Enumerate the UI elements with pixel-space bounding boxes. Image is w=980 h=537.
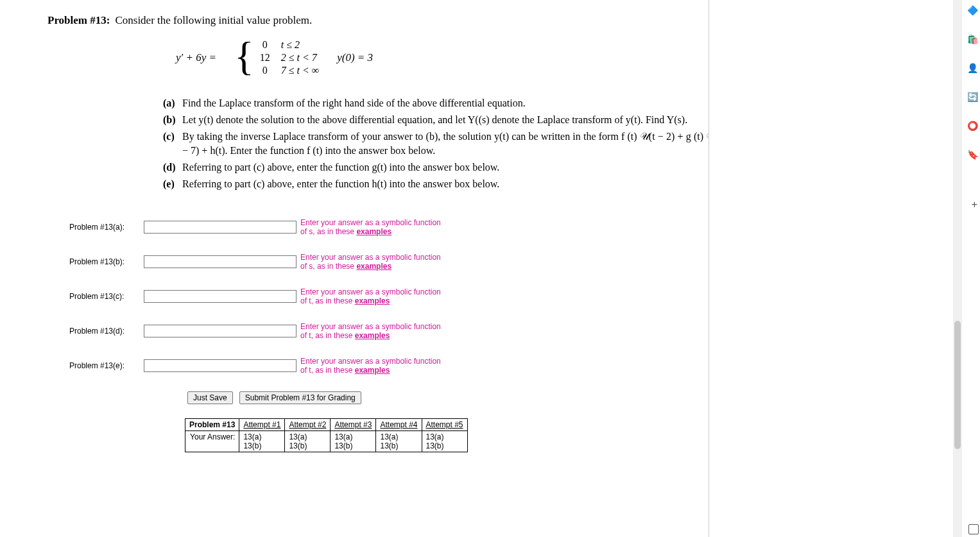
attempts-table: Problem #13 Attempt #1 Attempt #2 Attemp… [185,418,683,452]
part-text: Let y(t) denote the solution to the abov… [182,113,709,127]
answer-label: Problem #13(a): [69,223,140,232]
scroll-thumb[interactable] [954,321,961,449]
part-text: By taking the inverse Laplace transform … [182,130,709,158]
left-brace-icon: { [234,40,254,72]
initial-condition: y(0) = 3 [337,51,373,64]
cell-line: 13(a) [243,432,261,441]
part-a: (a) Find the Laplace transform of the ri… [163,96,709,110]
cell-line: 13(a) [289,432,307,441]
answer-hint: Enter your answer as a symbolic function… [300,218,448,236]
part-d: (d) Referring to part (c) above, enter t… [163,160,709,175]
part-label: (a) [163,96,178,110]
attempt-cell: 13(a)13(b) [422,431,467,452]
answer-section: Problem #13(a): Enter your answer as a s… [47,218,683,452]
browser-side-icons: 🔷 🛍️ 👤 🔄 ⭕ 🔖 [966,5,979,160]
answer-input-b[interactable] [144,255,297,268]
part-c: (c) By taking the inverse Laplace transf… [163,130,709,158]
attempt-cell: 13(a)13(b) [239,431,285,452]
cell-line: 13(b) [289,441,307,450]
cell-line: 13(b) [426,441,444,450]
cell-line: 13(b) [380,441,398,450]
parts-list: (a) Find the Laplace transform of the ri… [163,96,709,191]
attempts-row-label: Your Answer: [185,431,239,452]
piece-value: 0 [258,38,272,51]
part-label: (e) [163,177,178,191]
cell-line: 13(b) [243,441,261,450]
attempt-cell: 13(a)13(b) [376,431,422,452]
answer-row-a: Problem #13(a): Enter your answer as a s… [69,218,683,236]
cell-line: 13(a) [426,432,444,441]
examples-link[interactable]: examples [355,296,390,305]
extension-icon[interactable]: ⭕ [967,121,978,132]
attempt-header: Attempt #2 [285,419,331,431]
cell-line: 13(b) [334,441,352,450]
extension-icon[interactable]: 🔄 [967,92,978,103]
part-b: (b) Let y(t) denote the solution to the … [163,113,709,127]
answer-hint: Enter your answer as a symbolic function… [300,253,448,271]
answer-input-d[interactable] [144,325,297,337]
just-save-button[interactable]: Just Save [187,391,233,404]
part-label: (d) [163,160,178,175]
attempts-corner: Problem #13 [185,419,239,431]
cell-line: 13(a) [334,432,352,441]
attempt-header: Attempt #4 [376,419,422,431]
part-text: Referring to part (c) above, enter the f… [182,160,709,175]
problem-header: Problem #13: Consider the following init… [47,14,683,27]
examples-link[interactable]: examples [356,262,391,271]
equation: y′ + 6y = { 0 t ≤ 2 12 2 ≤ t < 7 0 7 ≤ t… [176,38,683,77]
extension-icon[interactable]: 🔷 [967,5,978,16]
submit-button[interactable]: Submit Problem #13 for Grading [239,391,361,404]
examples-link[interactable]: examples [355,366,390,375]
answer-label: Problem #13(e): [69,361,140,370]
answer-input-e[interactable] [144,359,297,372]
add-extension-icon[interactable]: + [972,199,977,210]
answer-row-c: Problem #13(c): Enter your answer as a s… [69,287,683,305]
equation-lhs: y′ + 6y = [176,51,216,64]
attempt-header: Attempt #5 [422,419,467,431]
examples-link[interactable]: examples [356,227,391,236]
piece-cond: 2 ≤ t < 7 [281,51,319,64]
answer-label: Problem #13(b): [69,257,140,266]
piece-cond: t ≤ 2 [281,38,319,51]
extension-icon[interactable]: 👤 [967,63,978,74]
page: Problem #13: Consider the following init… [0,0,980,537]
examples-link[interactable]: examples [355,331,390,340]
button-row: Just Save Submit Problem #13 for Grading [187,391,683,404]
problem-content: Problem #13: Consider the following init… [0,0,709,537]
piece-cond: 7 ≤ t < ∞ [281,64,319,77]
attempt-cell: 13(a)13(b) [285,431,331,452]
answer-input-a[interactable] [144,221,297,234]
part-label: (b) [163,113,178,127]
piecewise-table: 0 t ≤ 2 12 2 ≤ t < 7 0 7 ≤ t < ∞ [258,38,319,77]
answer-hint: Enter your answer as a symbolic function… [300,287,448,305]
problem-number: Problem #13: [47,14,110,27]
answer-label: Problem #13(d): [69,327,140,336]
part-label: (c) [163,130,178,158]
piece-value: 0 [258,64,272,77]
piece-value: 12 [258,51,272,64]
panel-toggle-icon[interactable] [968,524,979,534]
answer-hint: Enter your answer as a symbolic function… [300,357,448,375]
part-text: Referring to part (c) above, enter the f… [182,177,709,191]
answer-label: Problem #13(c): [69,292,140,301]
answer-row-d: Problem #13(d): Enter your answer as a s… [69,322,683,340]
answer-row-e: Problem #13(e): Enter your answer as a s… [69,357,683,375]
part-e: (e) Referring to part (c) above, enter t… [163,177,709,191]
part-text: Find the Laplace transform of the right … [182,96,709,110]
answer-hint: Enter your answer as a symbolic function… [300,322,448,340]
cell-line: 13(a) [380,432,398,441]
piecewise: { 0 t ≤ 2 12 2 ≤ t < 7 0 7 ≤ t < ∞ [234,38,319,77]
extension-icon[interactable]: 🔖 [967,149,978,160]
attempt-header: Attempt #1 [239,419,285,431]
attempt-cell: 13(a)13(b) [331,431,376,452]
answer-row-b: Problem #13(b): Enter your answer as a s… [69,253,683,271]
attempt-header: Attempt #3 [331,419,376,431]
problem-prompt: Consider the following initial value pro… [115,14,312,27]
answer-input-c[interactable] [144,290,297,303]
scrollbar[interactable] [953,0,962,537]
extension-icon[interactable]: 🛍️ [967,34,978,45]
